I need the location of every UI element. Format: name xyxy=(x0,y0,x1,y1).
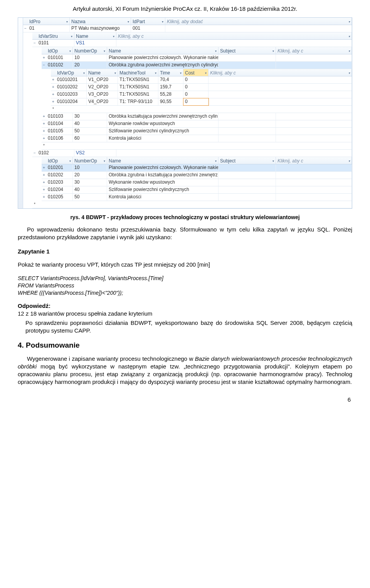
cell-machinetool[interactable]: T1: TRP-93/110 xyxy=(118,98,158,105)
record-selector-gutter[interactable] xyxy=(18,18,23,208)
cell-name[interactable]: Kontrola jakości xyxy=(107,135,219,142)
col-idop[interactable]: IdOp▾ xyxy=(46,47,73,54)
cell-idvarop[interactable]: 01010204 xyxy=(56,98,87,105)
cell-name[interactable]: Szlifowanie powierzchni cylindrycznych xyxy=(107,186,219,193)
cell-idvarop[interactable]: 01010202 xyxy=(56,84,87,91)
expand-icon[interactable]: + xyxy=(42,164,46,171)
cell-time[interactable]: 70,4 xyxy=(158,76,183,83)
cell-subject[interactable] xyxy=(219,128,276,135)
cell-subject[interactable] xyxy=(219,172,276,179)
chevron-down-icon[interactable]: ▾ xyxy=(162,20,163,24)
col-time[interactable]: Time▾ xyxy=(158,69,183,76)
expand-icon[interactable]: + xyxy=(51,84,56,91)
expand-icon[interactable]: + xyxy=(42,135,46,142)
cell-numberop[interactable]: 50 xyxy=(73,128,107,135)
cell-numberop[interactable]: 40 xyxy=(73,120,107,127)
cell-idop[interactable]: 010106 xyxy=(46,135,73,142)
l3-data-row[interactable]: +01010202V2_OP20T1:TKX50SN1159,70 xyxy=(51,84,352,91)
cell-idvarop[interactable]: 01010201 xyxy=(56,76,87,83)
col-idpro[interactable]: IdPro▾ xyxy=(28,18,70,25)
expand-icon[interactable]: − xyxy=(32,150,37,157)
cell-idpro[interactable]: 01 xyxy=(28,25,70,32)
cell-subject[interactable] xyxy=(219,186,276,193)
cell-subject[interactable] xyxy=(219,135,276,142)
cell-name[interactable]: Kontrola jakości xyxy=(107,194,219,201)
l2-data-row[interactable]: +01010660Kontrola jakości xyxy=(42,135,352,142)
col-subject[interactable]: Subject▾ xyxy=(219,47,276,54)
cell-numberop[interactable]: 50 xyxy=(73,194,107,201)
cell-name[interactable]: Obróbka zgrubna i kształtująca powierzch… xyxy=(107,172,219,179)
cell-numberop[interactable]: 30 xyxy=(73,113,107,120)
cell-subject[interactable] xyxy=(219,62,276,69)
expand-icon[interactable]: + xyxy=(51,76,56,83)
l0-data-row[interactable]: − 01 PT Wału maszynowego 001 xyxy=(23,25,352,32)
l2-data-row[interactable]: +01020220Obróbka zgrubna i kształtująca … xyxy=(42,172,352,179)
cell-name[interactable]: V3_OP20 xyxy=(87,91,118,98)
l2-data-row[interactable]: +01010330Obróbka kształtująca powierzchn… xyxy=(42,113,352,120)
col-add-new[interactable]: Kliknij, aby c▾ xyxy=(209,69,352,76)
cell-time[interactable]: 90,55 xyxy=(158,98,183,105)
chevron-down-icon[interactable]: ▾ xyxy=(128,20,129,24)
cell-numberop[interactable]: 20 xyxy=(73,172,107,179)
cell-idop[interactable]: 010101 xyxy=(46,54,73,61)
cell-idop[interactable]: 010204 xyxy=(46,186,73,193)
cell-name[interactable]: V1_OP20 xyxy=(87,76,118,83)
l2-data-row[interactable]: +01020440Szlifowanie powierzchni cylindr… xyxy=(42,186,352,194)
cell-cost[interactable]: 0 xyxy=(183,91,209,98)
col-name[interactable]: Name▾ xyxy=(87,69,118,76)
cell-subject[interactable] xyxy=(219,54,276,61)
l2-data-row[interactable]: +01020550Kontrola jakości xyxy=(42,194,352,201)
expand-icon[interactable]: − xyxy=(32,40,37,47)
cell-numberop[interactable]: 40 xyxy=(73,186,107,193)
col-add-new[interactable]: Kliknij, aby c▾ xyxy=(276,47,352,54)
expand-icon[interactable]: − xyxy=(23,25,28,32)
l3-data-row[interactable]: +01010203V3_OP20T1:TKX50SN155,280 xyxy=(51,91,352,98)
cell-cost[interactable]: 0 xyxy=(183,84,209,91)
cell-machinetool[interactable]: T1:TKX50SN1 xyxy=(118,76,158,83)
cell-subject[interactable] xyxy=(219,164,276,171)
l2-data-row[interactable]: +01020110Planowanie powierzchni czołowyc… xyxy=(42,164,352,172)
cell-name[interactable]: Wykonanie rowków wpustowych xyxy=(107,120,219,127)
cell-subject[interactable] xyxy=(219,113,276,120)
expand-icon[interactable]: + xyxy=(42,179,46,186)
col-nazwa[interactable]: Nazwa▾ xyxy=(70,18,131,25)
col-idvarstru[interactable]: IdVarStru▾ xyxy=(37,32,74,39)
cell-name[interactable]: V2_OP20 xyxy=(87,84,118,91)
l3-data-row[interactable]: +01010204V4_OP20T1: TRP-93/11090,550 xyxy=(51,98,352,106)
expand-icon[interactable]: + xyxy=(42,128,46,135)
cell-idop[interactable]: 010105 xyxy=(46,128,73,135)
cell-idpart[interactable]: 001 xyxy=(131,25,165,32)
cell-subject[interactable] xyxy=(219,120,276,127)
cell-name[interactable]: V4_OP20 xyxy=(87,98,118,105)
col-cost[interactable]: Cost▾ xyxy=(183,69,209,76)
l2-data-row[interactable]: +01010440Wykonanie rowków wpustowych xyxy=(42,120,352,128)
cell-idvarop[interactable]: 01010203 xyxy=(56,91,87,98)
expand-icon[interactable]: + xyxy=(42,172,46,179)
col-add-new[interactable]: Kliknij, aby dodać▾ xyxy=(165,18,352,25)
expand-icon[interactable]: + xyxy=(42,194,46,201)
cell-idop[interactable]: 010205 xyxy=(46,194,73,201)
cell-subject[interactable] xyxy=(219,194,276,201)
l3-data-row[interactable]: +01010201V1_OP20T1:TKX50SN170,40 xyxy=(51,76,352,84)
cell-numberop[interactable]: 20 xyxy=(73,62,107,69)
cell-idop[interactable]: 010102 xyxy=(46,62,73,69)
l1-data-row[interactable]: − 0102 VS2 xyxy=(32,150,352,157)
cell-machinetool[interactable]: T1:TKX50SN1 xyxy=(118,91,158,98)
new-record-row[interactable]: * xyxy=(32,201,352,208)
cell-idop[interactable]: 010201 xyxy=(46,164,73,171)
chevron-down-icon[interactable]: ▾ xyxy=(348,20,350,24)
cell-idop[interactable]: 010202 xyxy=(46,172,73,179)
cell-cost[interactable]: 0 xyxy=(183,98,209,105)
col-name[interactable]: Name▾ xyxy=(107,47,219,54)
cell-numberop[interactable]: 60 xyxy=(73,135,107,142)
datasheet-grid[interactable]: IdPro▾ Nazwa▾ IdPart▾ Kliknij, aby dodać… xyxy=(18,17,352,209)
cell-idop[interactable]: 010103 xyxy=(46,113,73,120)
cell-numberop[interactable]: 10 xyxy=(73,54,107,61)
col-idvarop[interactable]: IdVarOp▾ xyxy=(56,69,87,76)
expand-icon[interactable]: + xyxy=(51,91,56,98)
cell-name[interactable]: Wykonanie rowków wpustowych xyxy=(107,179,219,186)
l2-data-row[interactable]: +01010550Szlifowanie powierzchni cylindr… xyxy=(42,128,352,135)
new-record-row[interactable]: * xyxy=(51,106,352,113)
cell-idop[interactable]: 010203 xyxy=(46,179,73,186)
cell-cost[interactable]: 0 xyxy=(183,76,209,83)
